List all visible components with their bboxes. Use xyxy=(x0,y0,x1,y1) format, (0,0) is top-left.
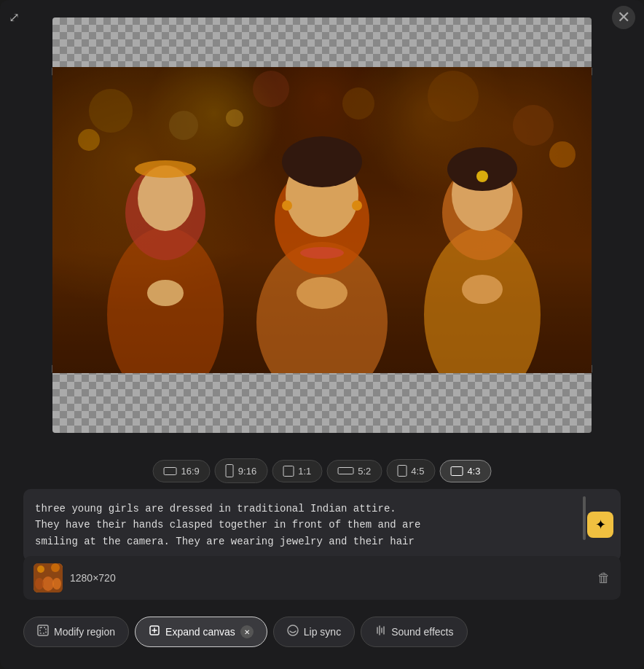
svg-point-34 xyxy=(51,563,60,572)
svg-point-30 xyxy=(549,141,576,168)
icon-portrait xyxy=(226,464,234,477)
lip-sync-icon xyxy=(287,625,299,639)
svg-point-29 xyxy=(78,129,100,151)
lip-sync-button[interactable]: Lip sync xyxy=(273,617,355,647)
image-info: 1280×720 xyxy=(34,563,116,592)
icon-square xyxy=(283,466,294,477)
svg-rect-28 xyxy=(52,67,592,373)
action-bar: Modify region Expand canvas ✕ Lip sync xyxy=(23,617,621,647)
modify-region-button[interactable]: Modify region xyxy=(23,617,129,647)
ratio-btn-916[interactable]: 9:16 xyxy=(215,458,267,483)
image-size: 1280×720 xyxy=(70,572,116,584)
description-area: three young girls are dressed in traditi… xyxy=(23,489,621,561)
description-text: three young girls are dressed in traditi… xyxy=(35,501,584,549)
ratio-btn-45[interactable]: 4:5 xyxy=(386,459,435,482)
scrollbar[interactable] xyxy=(583,496,586,540)
modify-region-icon xyxy=(37,625,49,639)
svg-point-31 xyxy=(226,109,243,127)
svg-point-33 xyxy=(37,566,44,573)
delete-button[interactable]: 🗑 xyxy=(597,571,610,586)
scene-background xyxy=(52,67,592,373)
image-thumbnail xyxy=(34,563,63,592)
ratio-bar: 16:9 9:16 1:1 5:2 4:5 4:3 xyxy=(153,458,492,483)
main-image xyxy=(52,67,592,373)
expand-canvas-icon xyxy=(149,625,160,639)
svg-point-37 xyxy=(52,578,61,590)
image-frame xyxy=(52,67,592,373)
sound-effects-icon xyxy=(374,625,386,639)
canvas-area xyxy=(52,17,592,433)
sound-effects-button[interactable]: Sound effects xyxy=(361,617,467,647)
expand-icon[interactable]: ⤢ xyxy=(9,9,20,26)
svg-rect-38 xyxy=(38,625,48,635)
icon-portrait-45 xyxy=(397,465,407,477)
icon-wide xyxy=(337,467,353,474)
expand-canvas-close[interactable]: ✕ xyxy=(240,625,254,638)
info-bar: 1280×720 🗑 xyxy=(23,556,621,600)
magic-button[interactable]: ✦ xyxy=(587,512,613,538)
top-bar: ⤢ ✕ xyxy=(0,0,644,35)
modal-container: ⤢ ✕ xyxy=(0,0,644,669)
expand-canvas-button[interactable]: Expand canvas ✕ xyxy=(135,617,267,647)
svg-rect-39 xyxy=(40,627,46,633)
ratio-btn-52[interactable]: 5:2 xyxy=(326,460,382,482)
ratio-btn-11[interactable]: 1:1 xyxy=(272,460,322,482)
icon-landscape-43 xyxy=(450,466,463,476)
icon-landscape-wide xyxy=(164,467,177,475)
svg-point-41 xyxy=(288,625,298,635)
svg-point-36 xyxy=(35,578,44,590)
ratio-btn-169[interactable]: 16:9 xyxy=(153,460,211,482)
close-button[interactable]: ✕ xyxy=(612,6,635,29)
ratio-btn-43[interactable]: 4:3 xyxy=(439,460,491,482)
canvas-background xyxy=(52,17,592,433)
svg-point-35 xyxy=(42,576,54,591)
